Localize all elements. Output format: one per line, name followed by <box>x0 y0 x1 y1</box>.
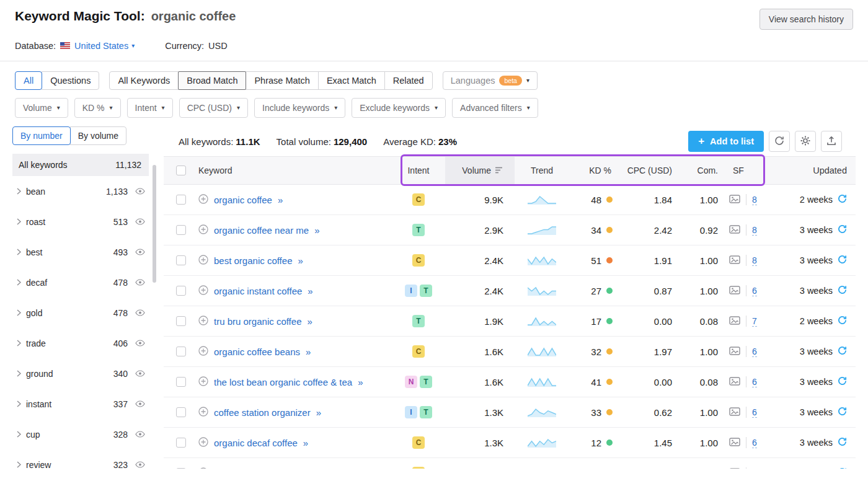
sf-count-link[interactable]: 6 <box>752 377 757 387</box>
filter-advanced-filters[interactable]: Advanced filters▾ <box>452 98 538 118</box>
add-keyword-icon[interactable] <box>198 437 208 449</box>
keyword-link[interactable]: the lost bean organic coffee & tea <box>214 377 352 387</box>
add-keyword-icon[interactable] <box>198 224 208 236</box>
add-keyword-icon[interactable] <box>198 255 208 267</box>
keyword-group-cup[interactable]: cup 328 <box>12 419 149 449</box>
sf-count-link[interactable]: 6 <box>752 438 757 448</box>
export-button[interactable] <box>821 131 842 152</box>
preview-eye-icon[interactable] <box>135 461 145 468</box>
serp-snapshot-icon[interactable] <box>729 468 740 469</box>
tab-related[interactable]: Related <box>384 71 433 90</box>
tab-phrase-match[interactable]: Phrase Match <box>246 71 318 90</box>
preview-eye-icon[interactable] <box>135 188 145 195</box>
filter-intent[interactable]: Intent▾ <box>127 98 173 118</box>
row-checkbox[interactable] <box>176 316 186 326</box>
keyword-link[interactable]: organic coffee near me <box>214 225 309 236</box>
add-keyword-icon[interactable] <box>198 346 208 358</box>
keyword-link[interactable]: organic coffee <box>214 195 272 205</box>
refresh-metrics-icon[interactable] <box>838 224 847 236</box>
sf-count-link[interactable]: 8 <box>752 195 757 205</box>
tab-all[interactable]: All <box>15 71 42 90</box>
open-keyword-icon[interactable]: » <box>316 407 321 418</box>
open-keyword-icon[interactable]: » <box>308 286 312 296</box>
column-header-trend[interactable]: Trend <box>515 166 569 175</box>
row-checkbox[interactable] <box>176 377 186 387</box>
serp-snapshot-icon[interactable] <box>729 255 740 266</box>
toggle-by-volume[interactable]: By volume <box>70 126 126 145</box>
tab-all-keywords[interactable]: All Keywords <box>109 71 179 90</box>
column-header-keyword[interactable]: Keyword <box>198 166 392 175</box>
row-checkbox[interactable] <box>176 195 186 205</box>
preview-eye-icon[interactable] <box>135 218 145 225</box>
languages-dropdown[interactable]: Languages beta ▾ <box>443 71 538 90</box>
refresh-metrics-icon[interactable] <box>838 407 847 418</box>
sf-count-link[interactable]: 7 <box>752 316 757 327</box>
serp-snapshot-icon[interactable] <box>729 225 740 236</box>
preview-eye-icon[interactable] <box>135 370 145 377</box>
open-keyword-icon[interactable]: » <box>358 377 363 387</box>
open-keyword-icon[interactable]: » <box>303 438 308 448</box>
column-header-cpc[interactable]: CPC (USD) <box>620 166 682 175</box>
preview-eye-icon[interactable] <box>135 309 145 316</box>
open-keyword-icon[interactable]: » <box>306 347 311 357</box>
filter-kd[interactable]: KD %▾ <box>74 98 121 118</box>
refresh-metrics-icon[interactable] <box>838 346 847 357</box>
preview-eye-icon[interactable] <box>135 279 145 286</box>
add-keyword-icon[interactable] <box>198 316 208 327</box>
column-header-com[interactable]: Com. <box>682 166 724 175</box>
preview-eye-icon[interactable] <box>135 249 145 255</box>
open-keyword-icon[interactable]: » <box>304 468 309 469</box>
add-keyword-icon[interactable] <box>198 194 208 206</box>
keyword-group-trade[interactable]: trade 406 <box>12 328 149 358</box>
serp-snapshot-icon[interactable] <box>729 286 740 296</box>
keyword-link[interactable]: organic decaf coffee <box>214 438 298 448</box>
refresh-metrics-icon[interactable] <box>838 194 847 205</box>
keyword-group-review[interactable]: review 323 <box>12 449 149 469</box>
row-checkbox[interactable] <box>176 468 186 469</box>
sidebar-scrollbar[interactable] <box>153 165 156 283</box>
database-selector[interactable]: United States▾ <box>74 41 135 51</box>
add-keyword-icon[interactable] <box>198 376 208 388</box>
keyword-link[interactable]: coffee station organizer <box>214 407 311 418</box>
add-to-list-button[interactable]: + Add to list <box>688 131 764 152</box>
keyword-link[interactable]: best organic coffee <box>214 255 292 266</box>
sf-count-link[interactable]: 6 <box>752 407 757 418</box>
filter-include-keywords[interactable]: Include keywords▾ <box>254 98 345 118</box>
tab-questions[interactable]: Questions <box>42 71 99 90</box>
row-checkbox[interactable] <box>176 286 186 296</box>
serp-snapshot-icon[interactable] <box>729 438 740 448</box>
keyword-group-bean[interactable]: bean 1,133 <box>12 176 149 206</box>
refresh-metrics-icon[interactable] <box>838 285 847 296</box>
sf-count-link[interactable]: 6 <box>752 347 757 357</box>
open-keyword-icon[interactable]: » <box>314 225 319 236</box>
tab-exact-match[interactable]: Exact Match <box>318 71 385 90</box>
preview-eye-icon[interactable] <box>135 340 145 347</box>
preview-eye-icon[interactable] <box>135 431 145 438</box>
serp-snapshot-icon[interactable] <box>729 195 740 205</box>
row-checkbox[interactable] <box>176 407 186 417</box>
serp-snapshot-icon[interactable] <box>729 377 740 387</box>
refresh-metrics-icon[interactable] <box>838 437 847 448</box>
add-keyword-icon[interactable] <box>198 467 208 469</box>
serp-snapshot-icon[interactable] <box>729 347 740 357</box>
serp-snapshot-icon[interactable] <box>729 407 740 418</box>
column-header-intent[interactable]: Intent <box>392 166 445 175</box>
sf-count-link[interactable]: 8 <box>752 255 757 266</box>
filter-volume[interactable]: Volume▾ <box>15 98 68 118</box>
keyword-link[interactable]: organic instant coffee <box>214 286 302 296</box>
keyword-group-gold[interactable]: gold 478 <box>12 298 149 328</box>
refresh-metrics-icon[interactable] <box>838 255 847 266</box>
toggle-by-number[interactable]: By number <box>12 126 71 145</box>
refresh-metrics-icon[interactable] <box>838 316 847 327</box>
row-checkbox[interactable] <box>176 438 186 448</box>
serp-snapshot-icon[interactable] <box>729 316 740 327</box>
sf-count-link[interactable]: 6 <box>752 468 757 469</box>
refresh-metrics-icon[interactable] <box>838 376 847 387</box>
tab-broad-match[interactable]: Broad Match <box>178 71 246 90</box>
open-keyword-icon[interactable]: » <box>298 255 303 266</box>
keyword-group-decaf[interactable]: decaf 478 <box>12 267 149 298</box>
keyword-group-best[interactable]: best 493 <box>12 237 149 267</box>
open-keyword-icon[interactable]: » <box>307 316 312 327</box>
filter-exclude-keywords[interactable]: Exclude keywords▾ <box>352 98 446 118</box>
sf-count-link[interactable]: 6 <box>752 286 757 296</box>
